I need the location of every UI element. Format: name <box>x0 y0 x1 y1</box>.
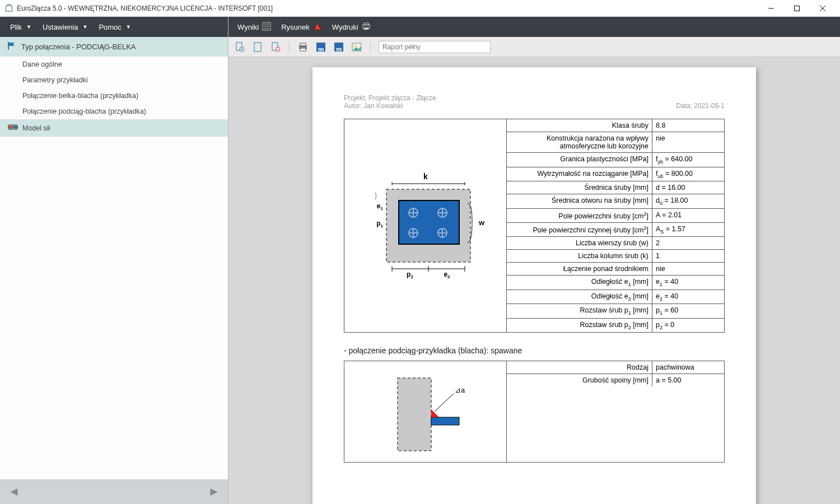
toolbar: RTF PDF Raport pełny <box>228 37 840 57</box>
tab-rysunek[interactable]: Rysunek <box>278 17 325 37</box>
report-meta: Projekt: Projekt złącza - Złącze Autor: … <box>344 94 725 110</box>
table-row: Odległość e2 [mm] <box>507 290 652 304</box>
nav-next-icon[interactable]: ► <box>208 484 220 499</box>
table-row: Liczba wierszy śrub (w) <box>507 237 652 249</box>
svg-text:RTF: RTF <box>318 48 324 51</box>
tree-item-parametry[interactable]: Parametry przykładki <box>0 72 228 88</box>
svg-rect-6 <box>13 126 18 128</box>
svg-rect-65 <box>431 417 459 425</box>
nav-tree: Typ połączenia - PODCIĄG-BELKA Dane ogól… <box>0 37 228 479</box>
report-page: Projekt: Projekt złącza - Złącze Autor: … <box>312 67 756 504</box>
tree-item-polaczenie-belka[interactable]: Połączenie belka-blacha (przykładka) <box>0 88 228 104</box>
bolt-diagram: k <box>344 119 507 332</box>
table-row: Rozstaw śrub p2 [mm] <box>507 319 652 333</box>
table-row: Wytrzymałość na rozciąganie [MPa] <box>507 167 652 181</box>
sidebar: Plik▼ Ustawienia▼ Pomoc▼ Typ połączenia … <box>0 17 228 504</box>
document-area[interactable]: Projekt: Projekt złącza - Złącze Autor: … <box>228 57 840 504</box>
tb-image-icon[interactable] <box>351 41 362 53</box>
meta-author: Autor: Jan Kowalski <box>344 102 403 110</box>
model-icon <box>8 123 18 133</box>
svg-text:e1: e1 <box>376 202 383 211</box>
report-search-input[interactable]: Raport pełny <box>379 41 491 53</box>
tb-print-icon[interactable] <box>297 41 309 53</box>
svg-text:p2: p2 <box>407 270 413 279</box>
table-row: Średnica śruby [mm] <box>507 181 652 194</box>
svg-rect-41 <box>399 200 459 244</box>
tab-wydruki[interactable]: Wydruki <box>329 17 374 37</box>
menu-pomoc[interactable]: Pomoc▼ <box>93 17 136 37</box>
bolt-table: Klasa śruby8.8 Konstrukcja narażona na w… <box>507 119 724 332</box>
title-bar: EuroZłącza 5.0 - WEWNĘTRZNA, NIEKOMERCYJ… <box>0 0 840 17</box>
meta-project: Projekt: Projekt złącza - Złącze <box>344 94 725 102</box>
svg-line-66 <box>435 394 454 412</box>
table-row: Odległość e1 [mm] <box>507 276 652 290</box>
table-row: Rozstaw śrub p1 [mm] <box>507 304 652 318</box>
flag-icon <box>7 41 17 52</box>
svg-rect-63 <box>398 378 431 451</box>
table-row: Średnica otworu na śruby [mm] <box>507 194 652 208</box>
tb-delete-icon[interactable] <box>270 41 281 53</box>
svg-rect-15 <box>364 27 368 30</box>
print-icon <box>362 22 371 32</box>
menu-plik[interactable]: Plik▼ <box>4 17 37 37</box>
table-row: Grubość spoiny [mm] <box>507 374 652 386</box>
svg-rect-20 <box>254 43 261 52</box>
table-row: Granica plastyczności [MPa] <box>507 153 652 167</box>
svg-rect-26 <box>300 48 306 51</box>
tree-title: Typ połączenia - PODCIĄG-BELKA <box>21 43 136 51</box>
tree-item-dane-ogolne[interactable]: Dane ogólne <box>0 57 228 72</box>
tree-item-model-sil[interactable]: Model sił <box>0 119 228 137</box>
results-icon <box>262 22 271 32</box>
menu-ustawienia[interactable]: Ustawienia▼ <box>37 17 94 37</box>
tb-save-pdf-icon[interactable]: PDF <box>333 41 344 53</box>
nav-footer: ◄ ► <box>0 479 228 504</box>
weld-diagram: ⊿a <box>344 361 507 462</box>
meta-date: Data: 2021-05-1 <box>676 102 725 110</box>
close-button[interactable] <box>810 0 836 17</box>
tb-new-icon[interactable] <box>234 41 245 53</box>
maximize-button[interactable] <box>784 0 810 17</box>
table-row: Pole powierzchni czynnej śruby [cm2] <box>507 223 652 237</box>
tree-item-polaczenie-podciag[interactable]: Połączenie podciąg-blacha (przykładka) <box>0 104 228 119</box>
tb-page-icon[interactable] <box>252 41 263 53</box>
tb-save-rtf-icon[interactable]: RTF <box>315 41 326 53</box>
table-row: Konstrukcja narażona na wpływy atmosfery… <box>507 132 652 152</box>
svg-point-34 <box>354 45 356 47</box>
svg-text:k: k <box>423 172 428 181</box>
main-area: Wyniki Rysunek Wydruki RTF PDF Raport pe… <box>228 17 840 504</box>
table-row: Łączenie ponad środnikiem <box>507 263 652 275</box>
section2-title: - połączenie podciąg-przykładka (blacha)… <box>344 346 725 355</box>
svg-rect-5 <box>8 126 12 128</box>
table-row: Klasa śruby <box>507 119 652 132</box>
table-row: Pole powierzchni śruby [cm2] <box>507 209 652 222</box>
nav-prev-icon[interactable]: ◄ <box>8 484 20 499</box>
svg-text:e2: e2 <box>444 270 450 279</box>
table-row: Liczba kolumn śrub (k) <box>507 250 652 262</box>
tree-item-label: Model sił <box>22 124 50 132</box>
svg-text:w: w <box>478 218 485 227</box>
tab-wyniki[interactable]: Wyniki <box>234 17 274 37</box>
app-icon <box>4 4 13 13</box>
svg-text:PDF: PDF <box>336 48 342 51</box>
svg-rect-1 <box>795 6 800 11</box>
minimize-button[interactable] <box>758 0 784 17</box>
drawing-icon <box>313 22 322 32</box>
svg-text:p1: p1 <box>376 220 383 228</box>
weld-table: Rodzajpachwinowa Grubość spoiny [mm]a = … <box>507 361 724 462</box>
window-title: EuroZłącza 5.0 - WEWNĘTRZNA, NIEKOMERCYJ… <box>17 4 273 12</box>
right-menubar: Wyniki Rysunek Wydruki <box>228 17 840 37</box>
tree-header[interactable]: Typ połączenia - PODCIĄG-BELKA <box>0 37 228 57</box>
table-row: Rodzaj <box>507 361 652 374</box>
svg-text:⊿a: ⊿a <box>455 386 465 394</box>
left-menubar: Plik▼ Ustawienia▼ Pomoc▼ <box>0 17 228 37</box>
